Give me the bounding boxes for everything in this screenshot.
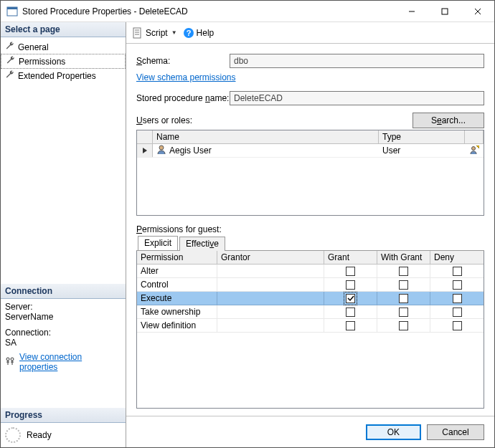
grant-cell[interactable] — [324, 292, 377, 305]
deny-cell[interactable] — [430, 292, 484, 305]
grantor-cell — [217, 305, 324, 319]
withgrant-cell[interactable] — [377, 319, 430, 333]
help-icon: ? — [183, 27, 194, 39]
toolbar: Script ▼ ? Help — [126, 22, 494, 44]
user-name-cell: Aegis User — [153, 144, 379, 158]
view-connection-properties-link[interactable]: View connection properties — [19, 352, 121, 372]
checkbox[interactable] — [453, 294, 462, 303]
deny-cell[interactable] — [430, 264, 484, 278]
checkbox[interactable] — [399, 294, 408, 303]
wrench-icon — [5, 41, 15, 53]
user-row[interactable]: Aegis UserUser — [137, 144, 484, 158]
grantor-cell — [217, 264, 324, 278]
withgrant-cell[interactable] — [377, 292, 430, 305]
nav-item-label: General — [18, 42, 49, 52]
sp-name-field[interactable] — [230, 91, 484, 105]
user-action-button[interactable] — [465, 145, 484, 156]
row-header — [137, 144, 153, 157]
script-icon — [132, 27, 143, 39]
users-col-name[interactable]: Name — [153, 130, 379, 143]
checkbox[interactable] — [453, 267, 462, 276]
script-dropdown[interactable]: Script ▼ — [132, 27, 177, 39]
select-page-header: Select a page — [1, 22, 126, 37]
cancel-button[interactable]: Cancel — [427, 424, 484, 440]
help-label: Help — [197, 28, 214, 38]
deny-cell[interactable] — [430, 278, 484, 292]
grant-cell[interactable] — [324, 264, 377, 278]
tab-explicit[interactable]: Explicit — [138, 236, 178, 250]
nav-item-general[interactable]: General — [1, 40, 126, 54]
svg-rect-12 — [133, 28, 141, 38]
withgrant-cell[interactable] — [377, 278, 430, 292]
permission-row[interactable]: Control — [137, 278, 484, 292]
connection-value: SA — [5, 338, 121, 348]
close-button[interactable] — [461, 1, 494, 22]
perm-col-withgrant[interactable]: With Grant — [377, 251, 430, 264]
deny-cell[interactable] — [430, 305, 484, 319]
users-grid[interactable]: Name Type Aegis UserUser — [136, 130, 484, 216]
schema-field[interactable] — [230, 54, 484, 68]
permissions-for-label: Permissions for guest: — [136, 224, 484, 234]
permission-row[interactable]: Take ownership — [137, 305, 484, 319]
checkbox[interactable] — [346, 308, 355, 317]
dialog-window: Stored Procedure Properties - DeleteECAD… — [0, 0, 495, 448]
perm-col-grant[interactable]: Grant — [324, 251, 377, 264]
permission-name-cell: View definition — [137, 319, 217, 333]
permission-name-cell: Execute — [137, 292, 217, 305]
perm-col-deny[interactable]: Deny — [430, 251, 484, 264]
permission-row[interactable]: Alter — [137, 264, 484, 278]
checkbox[interactable] — [346, 321, 355, 330]
connection-label: Connection: — [5, 328, 121, 338]
checkbox[interactable] — [346, 267, 355, 276]
checkbox[interactable] — [453, 280, 462, 290]
progress-status: Ready — [27, 430, 52, 440]
users-roles-label: Users or roles: — [136, 115, 412, 125]
checkbox[interactable] — [399, 267, 408, 276]
ok-button[interactable]: OK — [366, 424, 421, 440]
perm-col-grantor[interactable]: Grantor — [217, 251, 324, 264]
svg-rect-3 — [442, 9, 448, 14]
users-col-type[interactable]: Type — [379, 130, 465, 143]
checkbox[interactable] — [453, 308, 462, 317]
permission-row[interactable]: View definition — [137, 319, 484, 333]
permissions-grid[interactable]: Permission Grantor Grant With Grant Deny… — [136, 251, 484, 409]
permission-name-cell: Take ownership — [137, 305, 217, 319]
tab-effective[interactable]: Effective — [179, 237, 225, 251]
window-title: Stored Procedure Properties - DeleteECAD — [22, 6, 395, 16]
checkbox[interactable] — [346, 280, 355, 290]
nav-item-extended-properties[interactable]: Extended Properties — [1, 69, 126, 82]
checkbox[interactable] — [399, 280, 408, 290]
minimize-button[interactable] — [395, 1, 428, 22]
withgrant-cell[interactable] — [377, 305, 430, 319]
schema-label: Schema: — [136, 56, 230, 66]
title-bar: Stored Procedure Properties - DeleteECAD — [1, 1, 494, 22]
svg-point-6 — [6, 358, 9, 361]
help-button[interactable]: ? Help — [183, 27, 214, 39]
deny-cell[interactable] — [430, 319, 484, 333]
permission-name-cell: Alter — [137, 264, 217, 278]
connection-icon — [5, 356, 15, 368]
svg-point-20 — [472, 147, 476, 151]
permission-row[interactable]: Execute — [137, 292, 484, 305]
nav-item-permissions[interactable]: Permissions — [1, 54, 126, 69]
svg-marker-18 — [143, 148, 147, 153]
withgrant-cell[interactable] — [377, 264, 430, 278]
view-schema-permissions-link[interactable]: View schema permissions — [136, 72, 236, 82]
progress-header: Progress — [1, 408, 126, 423]
checkbox[interactable] — [453, 321, 462, 330]
svg-marker-21 — [476, 146, 479, 148]
maximize-button[interactable] — [428, 1, 461, 22]
wrench-icon — [5, 70, 15, 82]
search-button[interactable]: Search... — [412, 113, 484, 128]
grant-cell[interactable] — [324, 278, 377, 292]
grant-cell[interactable] — [324, 319, 377, 333]
perm-col-permission[interactable]: Permission — [137, 251, 217, 264]
progress-spinner-icon — [5, 427, 21, 443]
checkbox[interactable] — [346, 294, 355, 303]
checkbox[interactable] — [399, 321, 408, 330]
connection-header: Connection — [1, 284, 126, 299]
grant-cell[interactable] — [324, 305, 377, 319]
grantor-cell — [217, 292, 324, 305]
svg-point-7 — [11, 358, 14, 361]
checkbox[interactable] — [399, 308, 408, 317]
